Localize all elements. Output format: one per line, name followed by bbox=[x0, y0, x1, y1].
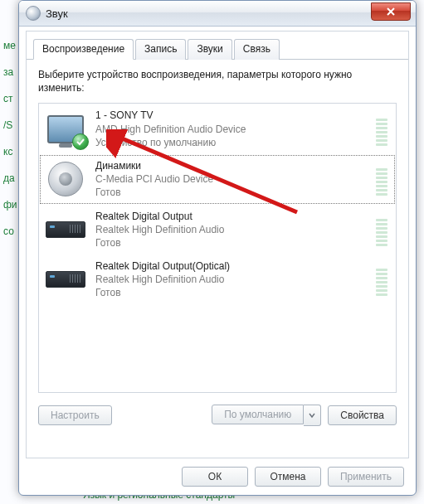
configure-button[interactable]: Настроить bbox=[38, 405, 112, 425]
device-driver: C-Media PCI Audio Device bbox=[95, 172, 368, 186]
tabstrip: Воспроизведение Запись Звуки Связь bbox=[27, 32, 408, 60]
close-icon bbox=[387, 7, 395, 16]
sound-dialog: Звук Воспроизведение Запись Звуки Связь … bbox=[18, 0, 417, 496]
tab-sounds[interactable]: Звуки bbox=[188, 39, 231, 60]
close-button[interactable] bbox=[371, 2, 411, 21]
tab-communications[interactable]: Связь bbox=[234, 39, 280, 60]
cancel-button[interactable]: Отмена bbox=[255, 467, 321, 487]
tab-playback[interactable]: Воспроизведение bbox=[33, 39, 134, 60]
titlebar[interactable]: Звук bbox=[19, 1, 416, 27]
device-item[interactable]: Realtek Digital Output Realtek High Defi… bbox=[39, 205, 396, 255]
playback-panel: Выберите устройство воспроизведения, пар… bbox=[27, 60, 408, 436]
ok-button[interactable]: ОК bbox=[182, 467, 248, 487]
instruction-text: Выберите устройство воспроизведения, пар… bbox=[38, 68, 397, 94]
device-name: Динамики bbox=[95, 159, 368, 172]
properties-button[interactable]: Свойства bbox=[328, 405, 397, 425]
tab-recording[interactable]: Запись bbox=[135, 39, 186, 60]
device-name: Realtek Digital Output(Optical) bbox=[95, 259, 368, 273]
set-default-split-button[interactable]: По умолчанию bbox=[212, 405, 321, 426]
device-name: 1 - SONY TV bbox=[95, 109, 368, 122]
level-meter bbox=[374, 162, 389, 196]
device-state: Устройство по умолчанию bbox=[95, 136, 368, 149]
level-meter bbox=[374, 263, 389, 296]
level-meter bbox=[374, 213, 389, 246]
device-state: Готов bbox=[95, 286, 368, 299]
device-driver: Realtek High Definition Audio bbox=[95, 273, 368, 286]
device-list[interactable]: 1 - SONY TV AMD High Definition Audio De… bbox=[38, 103, 397, 393]
chevron-down-icon bbox=[309, 412, 315, 419]
device-item[interactable]: Динамики C-Media PCI Audio Device Готов bbox=[39, 154, 396, 205]
device-item[interactable]: Realtek Digital Output(Optical) Realtek … bbox=[39, 254, 396, 305]
apply-button[interactable]: Применить bbox=[328, 467, 404, 487]
device-driver: AMD High Definition Audio Device bbox=[95, 123, 368, 136]
device-state: Готов bbox=[95, 236, 368, 250]
receiver-icon bbox=[46, 212, 85, 247]
device-name: Realtek Digital Output bbox=[95, 210, 368, 223]
window-title: Звук bbox=[46, 7, 68, 20]
level-meter bbox=[374, 113, 389, 146]
set-default-button[interactable]: По умолчанию bbox=[212, 405, 304, 424]
device-state: Готов bbox=[95, 186, 368, 199]
speaker-icon bbox=[46, 162, 85, 196]
sound-icon bbox=[26, 6, 41, 21]
tv-icon bbox=[46, 112, 85, 147]
device-driver: Realtek High Definition Audio bbox=[95, 223, 368, 236]
device-item[interactable]: 1 - SONY TV AMD High Definition Audio De… bbox=[39, 104, 396, 154]
default-check-icon bbox=[72, 133, 89, 150]
receiver-icon bbox=[46, 262, 85, 297]
set-default-caret[interactable] bbox=[304, 405, 321, 426]
